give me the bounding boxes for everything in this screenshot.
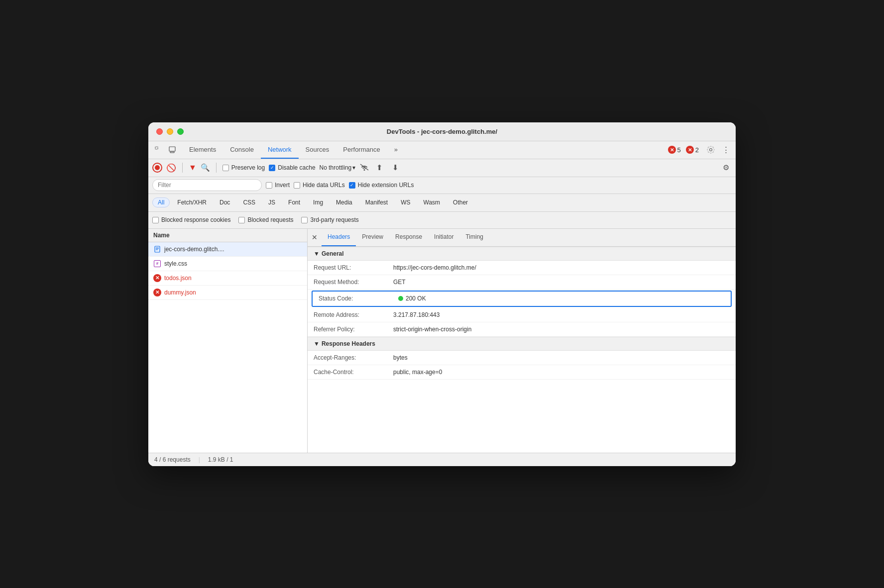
filter-doc[interactable]: Doc xyxy=(214,197,235,207)
tab-performance[interactable]: Performance xyxy=(336,141,387,159)
disable-cache-label[interactable]: Disable cache xyxy=(269,164,315,171)
filter-media[interactable]: Media xyxy=(331,197,358,207)
request-css-icon-2: # xyxy=(153,260,161,268)
blocked-requests-checkbox[interactable] xyxy=(238,217,245,223)
request-item-1[interactable]: jec-cors-demo.glitch.... xyxy=(148,242,307,257)
preserve-log-label[interactable]: Preserve log xyxy=(222,164,265,171)
download-icon[interactable]: ⬇ xyxy=(389,162,401,174)
invert-label[interactable]: Invert xyxy=(266,182,290,189)
request-name-3: todos.json xyxy=(164,275,192,282)
hide-data-urls-checkbox[interactable] xyxy=(294,182,300,189)
header-tab-preview[interactable]: Preview xyxy=(356,229,389,247)
headers-content: ▼ General Request URL: https://jec-cors-… xyxy=(308,247,736,380)
record-button[interactable] xyxy=(152,163,162,173)
request-item-3[interactable]: ✕ todos.json xyxy=(148,271,307,286)
throttle-select[interactable]: No throttling ▾ xyxy=(320,164,356,171)
hide-ext-urls-checkbox[interactable] xyxy=(349,182,355,189)
request-item-4[interactable]: ✕ dummy.json xyxy=(148,286,307,300)
more-options-icon[interactable]: ⋮ xyxy=(720,144,732,156)
requests-panel: Name jec-cors-demo.glitch.... xyxy=(148,229,308,453)
tab-network[interactable]: Network xyxy=(261,141,299,159)
header-tab-timing[interactable]: Timing xyxy=(459,229,489,247)
tab-elements[interactable]: Elements xyxy=(182,141,223,159)
status-code-value: 200 OK xyxy=(398,295,725,302)
filter-css[interactable]: CSS xyxy=(237,197,261,207)
blocked-row: Blocked response cookies Blocked request… xyxy=(148,212,736,229)
record-inner xyxy=(155,165,160,170)
clear-button[interactable]: 🚫 xyxy=(166,163,176,173)
request-item-2[interactable]: # style.css xyxy=(148,257,307,271)
request-method-value: GET xyxy=(393,279,730,286)
filter-ws[interactable]: WS xyxy=(395,197,416,207)
tab-more[interactable]: » xyxy=(387,141,405,159)
requests-header: Name xyxy=(148,229,307,242)
devtools-container: Elements Console Network Sources Perform… xyxy=(148,141,736,466)
error-badge-2: ✕ 2 xyxy=(686,146,699,154)
referrer-policy-value: strict-origin-when-cross-origin xyxy=(393,326,730,333)
hide-data-urls-label[interactable]: Hide data URLs xyxy=(294,182,345,189)
cache-control-value: public, max-age=0 xyxy=(393,369,730,376)
close-detail-button[interactable]: ✕ xyxy=(312,233,318,241)
response-headers-chevron-icon: ▼ xyxy=(314,340,320,347)
header-tab-initiator[interactable]: Initiator xyxy=(428,229,459,247)
filter-font[interactable]: Font xyxy=(283,197,306,207)
inspect-icon[interactable] xyxy=(166,144,178,156)
third-party-requests-checkbox[interactable] xyxy=(301,217,308,223)
general-chevron-icon: ▼ xyxy=(314,250,320,257)
filter-js[interactable]: JS xyxy=(263,197,281,207)
third-party-requests-label[interactable]: 3rd-party requests xyxy=(301,216,358,223)
filter-fetch-xhr[interactable]: Fetch/XHR xyxy=(172,197,212,207)
tabs-icons xyxy=(152,144,178,156)
hide-ext-urls-label[interactable]: Hide extension URLs xyxy=(349,182,414,189)
wifi-icon[interactable] xyxy=(359,163,369,173)
upload-icon[interactable]: ⬆ xyxy=(373,162,385,174)
request-url-value: https://jec-cors-demo.glitch.me/ xyxy=(393,264,730,271)
request-name-2: style.css xyxy=(164,260,187,267)
close-button[interactable] xyxy=(156,128,163,135)
svg-rect-2 xyxy=(170,152,174,153)
cursor-icon[interactable] xyxy=(152,144,164,156)
traffic-lights xyxy=(156,128,184,135)
error-badge-1: ✕ 5 xyxy=(668,146,681,154)
divider-1 xyxy=(182,163,183,173)
minimize-button[interactable] xyxy=(167,128,173,135)
maximize-button[interactable] xyxy=(177,128,184,135)
remote-address-row: Remote Address: 3.217.87.180:443 xyxy=(308,308,736,322)
blocked-response-cookies-checkbox[interactable] xyxy=(152,217,159,223)
error-count-2: 2 xyxy=(695,146,699,154)
filter-img[interactable]: Img xyxy=(308,197,329,207)
request-url-key: Request URL: xyxy=(314,264,393,271)
tab-sources[interactable]: Sources xyxy=(299,141,336,159)
error-icon-2: ✕ xyxy=(686,146,694,154)
filter-all[interactable]: All xyxy=(152,197,170,207)
blocked-response-cookies-label[interactable]: Blocked response cookies xyxy=(152,216,230,223)
filter-icon[interactable]: ▼ xyxy=(189,163,197,172)
invert-checkbox[interactable] xyxy=(266,182,272,189)
blocked-requests-label[interactable]: Blocked requests xyxy=(238,216,293,223)
requests-count: 4 / 6 requests xyxy=(154,456,191,463)
header-tab-response[interactable]: Response xyxy=(389,229,428,247)
tab-console[interactable]: Console xyxy=(223,141,261,159)
status-bar: 4 / 6 requests | 1.9 kB / 1 xyxy=(148,453,736,466)
search-icon[interactable]: 🔍 xyxy=(201,163,210,172)
tabs-bar: Elements Console Network Sources Perform… xyxy=(148,141,736,159)
status-code-key: Status Code: xyxy=(319,295,398,302)
filter-wasm[interactable]: Wasm xyxy=(418,197,446,207)
disable-cache-checkbox[interactable] xyxy=(269,165,275,171)
filter-other[interactable]: Other xyxy=(447,197,473,207)
referrer-policy-row: Referrer Policy: strict-origin-when-cros… xyxy=(308,322,736,337)
preserve-log-checkbox[interactable] xyxy=(222,165,229,171)
tab-list: Elements Console Network Sources Perform… xyxy=(182,141,668,159)
filter-manifest[interactable]: Manifest xyxy=(360,197,393,207)
header-tab-headers[interactable]: Headers xyxy=(322,229,356,247)
network-settings-icon[interactable]: ⚙ xyxy=(720,162,732,174)
window-title: DevTools - jec-cors-demo.glitch.me/ xyxy=(387,128,497,135)
headers-tabs: ✕ Headers Preview Response Initiator Tim… xyxy=(308,229,736,247)
tabs-right: ✕ 5 ✕ 2 ⋮ xyxy=(668,144,732,156)
request-error-icon-3: ✕ xyxy=(153,274,161,282)
request-url-row: Request URL: https://jec-cors-demo.glitc… xyxy=(308,261,736,275)
filter-input[interactable] xyxy=(152,179,262,191)
accept-ranges-row: Accept-Ranges: bytes xyxy=(308,351,736,365)
settings-icon[interactable] xyxy=(705,144,717,156)
headers-panel: ✕ Headers Preview Response Initiator Tim… xyxy=(308,229,736,453)
